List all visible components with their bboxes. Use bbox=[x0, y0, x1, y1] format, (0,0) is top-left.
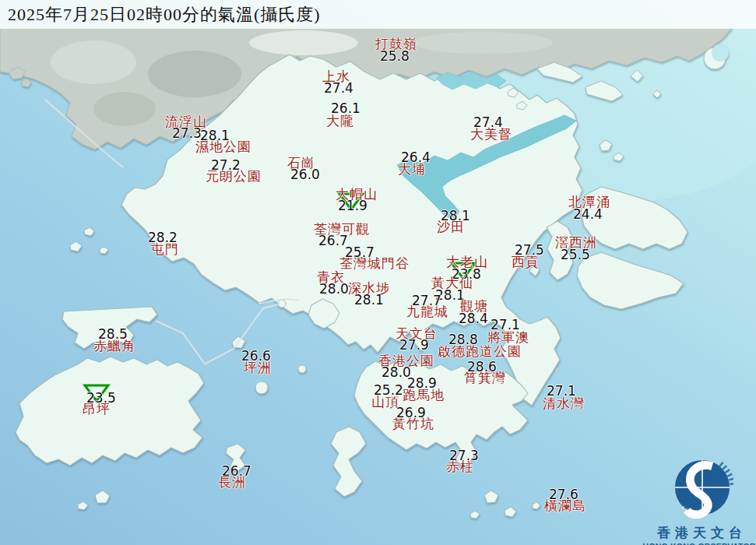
station-temp-value: 28.1 bbox=[441, 208, 470, 223]
hko-logo: 香港天文台 HONG KONG OBSERVATORY bbox=[642, 459, 756, 545]
hko-logo-name-zh: 香港天文台 bbox=[642, 524, 756, 542]
station-temp-value: 28.1 bbox=[354, 292, 384, 308]
station-temp-value: 26.6 bbox=[241, 348, 271, 364]
station-temp-value: 26.7 bbox=[318, 233, 348, 248]
station-temp-value: 24.4 bbox=[573, 206, 603, 222]
station-temp-value: 27.9 bbox=[399, 337, 429, 353]
station-temp-value: 27.4 bbox=[473, 114, 503, 130]
station-temp-value: 28.1 bbox=[200, 128, 230, 143]
station-temp-value: 27.5 bbox=[515, 242, 544, 258]
station-temp-value: 28.0 bbox=[319, 281, 349, 297]
station-temp-value: 28.9 bbox=[407, 375, 437, 391]
station-temp-value: 28.5 bbox=[98, 326, 128, 342]
weather-map-screen: 2025年7月25日02時00分的氣溫(攝氏度) 打鼓嶺25.8上水27.4大隴… bbox=[0, 0, 756, 545]
station-temp-value: 27.2 bbox=[211, 157, 241, 173]
station-temp-value: 26.7 bbox=[222, 463, 251, 479]
station-temp-value: 25.2 bbox=[374, 382, 403, 398]
hko-logo-icon bbox=[671, 459, 733, 519]
station-temp-value: 27.1 bbox=[491, 317, 520, 332]
station-temp-value: 28.4 bbox=[459, 311, 488, 326]
station-temp-value: 21.9 bbox=[338, 198, 367, 213]
station-temp-value: 27.6 bbox=[549, 487, 578, 502]
station-temp-value: 25.8 bbox=[380, 48, 410, 64]
station-temp-value: 26.9 bbox=[396, 405, 426, 420]
hko-logo-name-en: HONG KONG OBSERVATORY bbox=[642, 542, 756, 545]
station-temp-value: 23.5 bbox=[86, 390, 116, 406]
station-temp-value: 26.0 bbox=[290, 167, 320, 182]
station-temp-value: 26.1 bbox=[331, 100, 360, 116]
station-temp-value: 27.4 bbox=[324, 80, 353, 96]
station-temp-value: 28.6 bbox=[467, 359, 497, 374]
station-temp-value: 27.7 bbox=[412, 293, 441, 308]
station-temp-value: 25.5 bbox=[561, 247, 590, 262]
station-temp-value: 27.1 bbox=[547, 383, 576, 399]
station-temp-value: 26.4 bbox=[401, 149, 431, 165]
title-bar: 2025年7月25日02時00分的氣溫(攝氏度) bbox=[0, 0, 756, 29]
station-temp-value: 28.8 bbox=[448, 332, 478, 347]
station-temp-value: 27.3 bbox=[449, 448, 479, 463]
station-temp-value: 25.7 bbox=[345, 244, 374, 260]
station-temp-value: 28.2 bbox=[148, 230, 178, 245]
map-title: 2025年7月25日02時00分的氣溫(攝氏度) bbox=[8, 3, 321, 26]
